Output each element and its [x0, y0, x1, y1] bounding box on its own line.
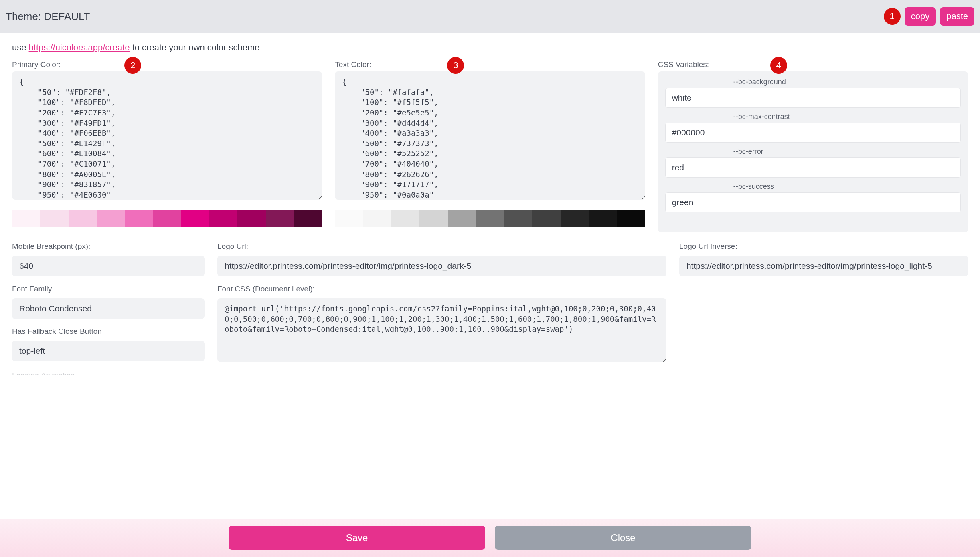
color-swatch — [448, 210, 476, 227]
font-css-textarea[interactable] — [217, 298, 666, 362]
primary-color-textarea[interactable] — [12, 71, 322, 200]
text-color-label: Text Color: — [335, 60, 645, 69]
logo-url-label: Logo Url: — [217, 242, 666, 251]
css-var-name: --bc-error — [665, 147, 961, 156]
color-swatch — [40, 210, 68, 227]
header-actions: 1 copy paste — [884, 7, 974, 26]
main-content: use https://uicolors.app/create to creat… — [0, 33, 980, 519]
save-button[interactable]: Save — [229, 526, 485, 550]
css-variables-column: 4 CSS Variables: --bc-background--bc-max… — [658, 60, 968, 232]
font-css-group: Font CSS (Document Level): — [217, 285, 666, 375]
css-variables-panel: --bc-background--bc-max-contrast--bc-err… — [658, 71, 968, 232]
css-var-row: --bc-max-contrast — [665, 113, 961, 143]
text-color-textarea[interactable] — [335, 71, 645, 200]
color-swatch — [209, 210, 237, 227]
css-var-row: --bc-success — [665, 182, 961, 212]
css-var-name: --bc-success — [665, 182, 961, 191]
css-var-name: --bc-max-contrast — [665, 113, 961, 121]
primary-color-label: Primary Color: — [12, 60, 322, 69]
css-var-value-input[interactable] — [665, 123, 961, 143]
color-swatch — [363, 210, 391, 227]
logo-url-inverse-input[interactable] — [679, 256, 968, 276]
header: Theme: DEFAULT 1 copy paste — [0, 0, 980, 33]
colors-row: 2 Primary Color: 3 Text Color: 4 CSS Var… — [12, 60, 968, 232]
color-swatch — [12, 210, 40, 227]
primary-swatches — [12, 210, 322, 227]
text-swatches — [335, 210, 645, 227]
mobile-breakpoint-group: Mobile Breakpoint (px): — [12, 242, 205, 276]
color-swatch — [335, 210, 363, 227]
font-family-group: Font Family — [12, 285, 205, 319]
color-swatch — [125, 210, 153, 227]
font-family-label: Font Family — [12, 285, 205, 293]
color-swatch — [532, 210, 560, 227]
paste-button[interactable]: paste — [940, 7, 974, 26]
color-swatch — [69, 210, 97, 227]
right-settings-column: Logo Url Inverse: — [679, 242, 968, 375]
mobile-breakpoint-input[interactable] — [12, 256, 205, 276]
text-color-column: 3 Text Color: — [335, 60, 645, 232]
css-var-row: --bc-background — [665, 78, 961, 108]
font-family-input[interactable] — [12, 298, 205, 319]
color-swatch — [589, 210, 617, 227]
hint-prefix: use — [12, 42, 29, 52]
logo-url-input[interactable] — [217, 256, 666, 276]
close-button[interactable]: Close — [495, 526, 751, 550]
css-variables-label: CSS Variables: — [658, 60, 968, 69]
logo-url-group: Logo Url: — [217, 242, 666, 276]
copy-button[interactable]: copy — [905, 7, 936, 26]
footer: Save Close — [0, 519, 980, 557]
left-settings-column: Mobile Breakpoint (px): Font Family Has … — [12, 242, 205, 375]
color-swatch — [266, 210, 294, 227]
logo-url-inverse-label: Logo Url Inverse: — [679, 242, 968, 251]
primary-color-column: 2 Primary Color: — [12, 60, 322, 232]
middle-settings-column: Logo Url: Font CSS (Document Level): — [217, 242, 666, 375]
page-title: Theme: DEFAULT — [6, 10, 90, 23]
color-swatch — [419, 210, 447, 227]
color-swatch — [504, 210, 532, 227]
annotation-badge-2: 2 — [124, 57, 141, 74]
color-swatch — [617, 210, 645, 227]
css-var-value-input[interactable] — [665, 157, 961, 178]
hint-text: use https://uicolors.app/create to creat… — [12, 42, 968, 53]
color-swatch — [181, 210, 209, 227]
annotation-badge-1: 1 — [884, 8, 901, 25]
css-var-value-input[interactable] — [665, 192, 961, 212]
fallback-close-input[interactable] — [12, 341, 205, 361]
logo-url-inverse-group: Logo Url Inverse: — [679, 242, 968, 276]
css-var-value-input[interactable] — [665, 88, 961, 108]
color-swatch — [153, 210, 181, 227]
fallback-close-label: Has Fallback Close Button — [12, 327, 205, 336]
css-var-name: --bc-background — [665, 78, 961, 86]
font-css-label: Font CSS (Document Level): — [217, 285, 666, 293]
color-swatch — [391, 210, 419, 227]
loading-animation-label-cut: Loading Animation — [12, 371, 205, 375]
color-swatch — [237, 210, 265, 227]
hint-suffix: to create your own color scheme — [130, 42, 260, 52]
settings-row: Mobile Breakpoint (px): Font Family Has … — [12, 242, 968, 375]
annotation-badge-4: 4 — [770, 57, 787, 74]
hint-link[interactable]: https://uicolors.app/create — [29, 42, 130, 52]
color-swatch — [561, 210, 589, 227]
fallback-close-group: Has Fallback Close Button — [12, 327, 205, 361]
color-swatch — [294, 210, 322, 227]
css-var-row: --bc-error — [665, 147, 961, 178]
color-swatch — [97, 210, 125, 227]
mobile-breakpoint-label: Mobile Breakpoint (px): — [12, 242, 205, 251]
color-swatch — [476, 210, 504, 227]
